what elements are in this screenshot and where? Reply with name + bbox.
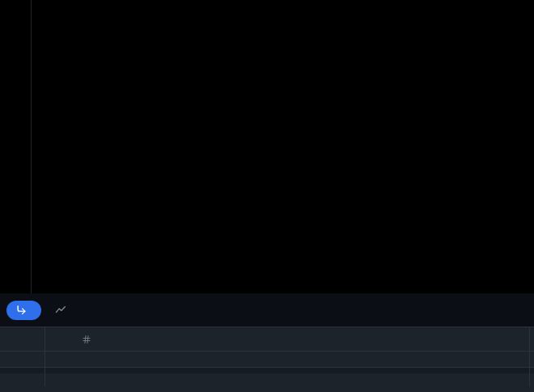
results-tab-bar [0, 293, 534, 327]
sql-editor[interactable] [0, 0, 534, 293]
results-panel [0, 327, 534, 392]
tab-results[interactable] [6, 301, 41, 320]
line-chart-icon [55, 305, 66, 315]
empty-row [0, 352, 534, 368]
column-right-border [529, 327, 530, 386]
column-header-rows-inserted[interactable] [44, 335, 96, 344]
tab-chart[interactable] [55, 305, 72, 315]
results-header-row [0, 327, 534, 352]
hash-icon [82, 335, 91, 344]
gutter-separator [31, 0, 32, 293]
results-footer-strip [0, 368, 534, 373]
gutter-column-border [44, 327, 45, 386]
return-arrow-icon [16, 305, 27, 315]
